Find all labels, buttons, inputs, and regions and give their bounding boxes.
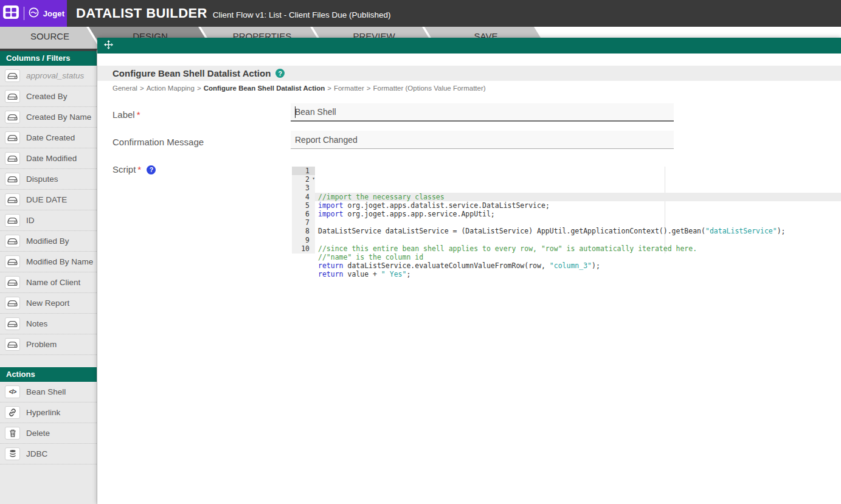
column-item-created-by[interactable]: Created By xyxy=(0,86,97,107)
code-line xyxy=(315,218,841,227)
palette-sidebar: Columns / Filters approval_statusCreated… xyxy=(0,49,97,504)
code-line: import org.joget.apps.app.service.AppUti… xyxy=(315,210,841,218)
item-label: Modified By xyxy=(26,236,69,246)
apps-grid-icon xyxy=(2,5,19,22)
item-label: Bean Shell xyxy=(26,387,66,396)
column-item-date-modified[interactable]: Date Modified xyxy=(0,148,97,169)
item-label: ID xyxy=(26,216,35,225)
label-input[interactable] xyxy=(291,103,674,122)
breadcrumb-separator: > xyxy=(140,85,144,92)
dialog-body: Configure Bean Shell Datalist Action ? G… xyxy=(97,54,841,504)
column-icon xyxy=(5,131,20,144)
item-label: Delete xyxy=(26,429,50,438)
breadcrumb-separator: > xyxy=(327,85,331,92)
code-line: return value + " Yes"; xyxy=(315,270,841,278)
column-item-approval-status[interactable]: approval_status xyxy=(0,66,97,86)
move-icon[interactable] xyxy=(104,40,113,52)
gutter-line-number: 9 xyxy=(292,236,315,244)
breadcrumb: General>Action Mapping>Configure Bean Sh… xyxy=(112,85,486,92)
column-item-notes[interactable]: Notes xyxy=(0,314,97,334)
gutter-line-number: 5 xyxy=(292,201,315,210)
column-item-modified-by-name[interactable]: Modified By Name xyxy=(0,252,97,272)
code-line: //"name" is the column id xyxy=(315,253,841,261)
gutter-line-number: 7 xyxy=(292,218,315,227)
item-label: Problem xyxy=(26,340,57,349)
item-label: Created By xyxy=(26,92,67,101)
script-field-label: Script* ? xyxy=(112,164,156,175)
help-icon[interactable]: ? xyxy=(275,69,285,78)
joget-home-link[interactable]: Joget xyxy=(0,0,67,27)
column-item-name-of-client[interactable]: Name of Client xyxy=(0,272,97,293)
column-item-new-report[interactable]: New Report xyxy=(0,293,97,314)
logo-divider xyxy=(24,7,24,20)
configure-action-dialog: Configure Bean Shell Datalist Action ? G… xyxy=(97,38,841,504)
script-help-icon[interactable]: ? xyxy=(147,165,156,174)
confirmation-field-label: Confirmation Message xyxy=(112,137,204,147)
column-item-due-date[interactable]: DUE DATE xyxy=(0,190,97,210)
column-icon xyxy=(5,255,20,268)
code-line: return dataListService.evaluateColumnVal… xyxy=(315,261,841,270)
actions-header: Actions xyxy=(0,367,97,382)
action-item-bean-shell[interactable]: </>Bean Shell xyxy=(0,382,97,402)
item-label: approval_status xyxy=(26,71,84,80)
breadcrumb-segment[interactable]: Formatter xyxy=(334,85,364,92)
column-item-id[interactable]: ID xyxy=(0,210,97,231)
item-label: Date Created xyxy=(26,133,75,142)
gutter-line-number: 8 xyxy=(292,227,315,235)
column-icon xyxy=(5,152,20,165)
column-icon xyxy=(5,193,20,206)
breadcrumb-separator: > xyxy=(197,85,201,92)
dialog-title: Configure Bean Shell Datalist Action xyxy=(112,68,271,78)
code-line: //import the necessary classes xyxy=(315,193,841,201)
column-item-date-created[interactable]: Date Created xyxy=(0,128,97,148)
breadcrumb-segment[interactable]: Formatter (Options Value Formatter) xyxy=(373,85,486,92)
breadcrumb-segment[interactable]: Configure Bean Shell Datalist Action xyxy=(204,85,325,92)
column-icon xyxy=(5,214,20,227)
item-label: Disputes xyxy=(26,174,58,184)
joget-logo-icon xyxy=(29,7,39,20)
breadcrumb-segment[interactable]: General xyxy=(112,85,137,92)
item-label: Modified By Name xyxy=(26,257,93,266)
column-icon xyxy=(5,276,20,289)
code-line: import org.joget.apps.datalist.service.D… xyxy=(315,201,841,210)
tab-source[interactable]: SOURCE xyxy=(0,27,100,49)
confirmation-input[interactable] xyxy=(291,131,674,149)
item-label: Notes xyxy=(26,319,47,328)
label-field-label: Label* xyxy=(112,109,140,120)
gutter-line-number: 2▾ xyxy=(292,175,315,184)
column-icon xyxy=(5,297,20,309)
gutter-line-number: 4 xyxy=(292,193,315,201)
joget-logo-text: Joget xyxy=(43,9,65,18)
column-icon xyxy=(5,317,20,330)
action-item-delete[interactable]: Delete xyxy=(0,423,97,444)
item-label: Created By Name xyxy=(26,112,91,122)
gutter-line-number: 1 xyxy=(292,167,315,175)
dialog-drag-bar[interactable] xyxy=(97,38,841,54)
database-icon xyxy=(5,447,20,460)
columns-list: approval_statusCreated ByCreated By Name… xyxy=(0,66,97,355)
confirmation-field-wrap xyxy=(291,131,674,149)
code-line xyxy=(315,236,841,244)
column-icon xyxy=(5,111,20,123)
builder-title: DATALIST BUILDER xyxy=(76,5,207,21)
column-item-created-by-name[interactable]: Created By Name xyxy=(0,107,97,128)
column-item-modified-by[interactable]: Modified By xyxy=(0,231,97,252)
script-code-editor[interactable]: 12▾345678910 //import the necessary clas… xyxy=(292,167,841,254)
gutter-line-number: 6 xyxy=(292,210,315,218)
action-item-hyperlink[interactable]: Hyperlink xyxy=(0,402,97,423)
item-label: DUE DATE xyxy=(26,195,67,204)
column-item-problem[interactable]: Problem xyxy=(0,334,97,355)
breadcrumb-separator: > xyxy=(367,85,371,92)
link-icon xyxy=(5,406,20,419)
column-item-disputes[interactable]: Disputes xyxy=(0,169,97,190)
column-icon xyxy=(5,90,20,103)
actions-list: </>Bean ShellHyperlinkDeleteJDBC xyxy=(0,382,97,464)
sidebar-spacer xyxy=(0,355,97,367)
trash-icon xyxy=(5,427,20,440)
action-item-jdbc[interactable]: JDBC xyxy=(0,444,97,464)
breadcrumb-segment[interactable]: Action Mapping xyxy=(147,85,195,92)
code-line: DataListService dataListService = (DataL… xyxy=(315,227,841,235)
code-icon: </> xyxy=(5,385,20,398)
code-line: //since this entire bean shell applies t… xyxy=(315,244,841,253)
item-label: New Report xyxy=(26,299,69,308)
